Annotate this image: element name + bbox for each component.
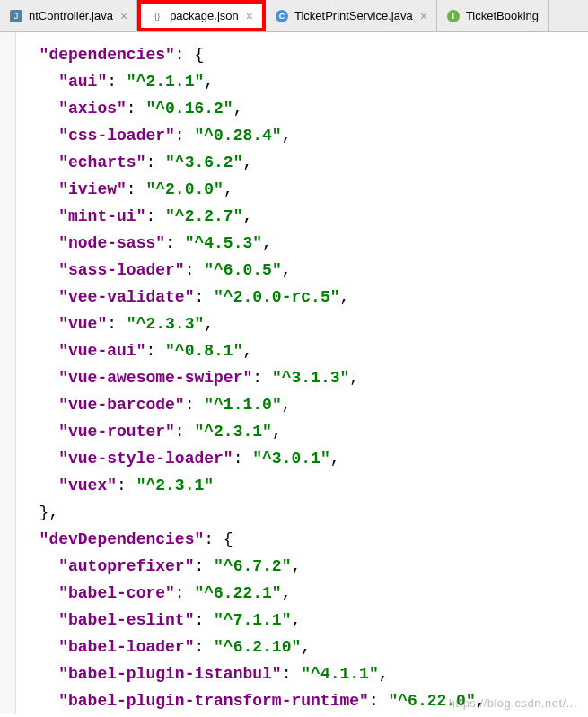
close-icon[interactable]: × [420,9,427,23]
code-content: "dependencies": { "aui": "^2.1.1", "axio… [0,41,588,714]
code-line: "vuex": "^2.3.1" [20,472,588,499]
c-file-icon: C [275,9,289,23]
gutter [0,32,16,714]
i-file-icon: I [446,9,461,23]
editor-tab[interactable]: {}package.json× [137,0,266,31]
code-line: "mint-ui": "^2.2.7", [20,203,588,230]
watermark: https://blog.csdn.net/... [449,696,577,710]
j-file-icon: J [9,9,23,23]
code-line: "sass-loader": "^6.0.5", [20,257,588,284]
tab-label: ntController.java [29,9,113,22]
code-line: "vue": "^2.3.3", [20,310,588,337]
code-line: "devDependencies": { [20,526,588,553]
json-file-icon: {} [150,9,164,23]
code-line: "iview": "^2.0.0", [20,176,588,203]
code-line: "babel-loader": "^6.2.10", [20,634,588,660]
code-line: "vue-router": "^2.3.1", [20,418,588,445]
code-line: "babel-plugin-istanbul": "^4.1.1", [20,660,588,687]
code-line: "css-loader": "^0.28.4", [20,122,588,149]
code-line: "vue-aui": "^0.8.1", [20,337,588,364]
code-line: "babel-core": "^6.22.1", [20,580,588,607]
code-line: "echarts": "^3.6.2", [20,149,588,176]
editor-tabs: JntController.java×{}package.json×CTicke… [0,0,588,32]
close-icon[interactable]: × [120,9,127,23]
code-line: "babel-eslint": "^7.1.1", [20,607,588,634]
code-line: "vue-barcode": "^1.1.0", [20,391,588,418]
tab-label: package.json [170,9,239,22]
close-icon[interactable]: × [246,9,253,23]
code-line: "autoprefixer": "^6.7.2", [20,553,588,580]
code-line: "aui": "^2.1.1", [20,68,588,95]
editor-tab[interactable]: JntController.java× [0,0,137,31]
code-line: "vee-validate": "^2.0.0-rc.5", [20,284,588,310]
code-editor: "dependencies": { "aui": "^2.1.1", "axio… [0,32,588,714]
tab-label: TicketPrintService.java [294,9,413,22]
code-line: "axios": "^0.16.2", [20,95,588,122]
editor-tab[interactable]: ITicketBooking [437,0,549,31]
code-line: "dependencies": { [20,41,588,68]
code-line: }, [20,499,588,526]
code-line: "node-sass": "^4.5.3", [20,230,588,257]
tab-label: TicketBooking [466,9,539,22]
code-line: "vue-awesome-swiper": "^3.1.3", [20,364,588,391]
editor-tab[interactable]: CTicketPrintService.java× [266,0,437,31]
code-line: "vue-style-loader": "^3.0.1", [20,445,588,472]
